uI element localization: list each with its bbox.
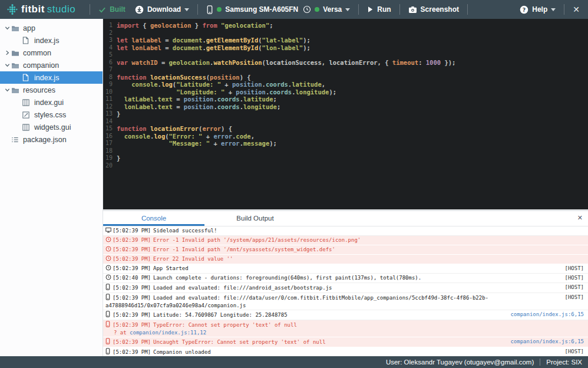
watch-source-icon (105, 274, 113, 282)
gui-layout-icon (22, 99, 32, 106)
console-tab-bar: ConsoleBuild Output✕ (103, 211, 588, 226)
console-log: [5:02:39 PM]Sideload successful![5:02:39… (103, 226, 588, 356)
source-link[interactable]: companion/index.js:6,15 (510, 311, 584, 318)
line-number: 11 (103, 96, 113, 103)
source-link[interactable]: companion/index.js:11,12 (130, 330, 206, 336)
sidebar-item-app[interactable]: app (0, 22, 103, 34)
code-line: 20 (103, 162, 588, 170)
sidebar-item-index-js[interactable]: index.js (0, 34, 103, 47)
fitbit-studio-window: fitbit studio Built Download Samsung SM-… (0, 0, 588, 368)
log-timestamp: [5:02:40 PM] (113, 275, 151, 281)
phone-source-icon (105, 321, 113, 329)
console-log-row: [5:02:40 PM]Launch complete - durations:… (103, 274, 588, 283)
phone-device-label: Samsung SM-A605FN (225, 5, 298, 14)
watch-selector[interactable]: Versa (300, 5, 352, 14)
download-label: Download (147, 5, 181, 14)
phone-source-icon (105, 311, 113, 319)
code-text: "Longitude: " + position.coords.longitud… (113, 88, 336, 96)
help-button[interactable]: ? Help (517, 5, 558, 14)
console-log-row: [5:02:39 PM]Companion unloaded[HOST] (103, 347, 588, 356)
code-line: 6var watchID = geolocation.watchPosition… (103, 59, 588, 67)
sidebar-item-resources[interactable]: resources (0, 84, 103, 96)
log-message: Uncaught TypeError: Cannot set property … (153, 339, 326, 345)
sidebar-item-companion[interactable]: companion (0, 59, 103, 71)
log-message: Sideload successful! (153, 228, 217, 234)
console-log-row: [5:02:39 PM]Sideload successful! (103, 226, 588, 236)
log-timestamp: [5:02:39 PM] (113, 339, 151, 345)
log-message: App Started (153, 265, 189, 271)
screenshot-button[interactable]: Screenshot (406, 5, 461, 14)
log-timestamp: [5:02:39 PM] (113, 295, 151, 301)
code-text: console.log("Latitude: " + position.coor… (113, 81, 325, 88)
code-text: let lonLabel = document.getElementById("… (113, 44, 310, 52)
fitbit-logo-icon (6, 3, 19, 16)
clock-icon (303, 5, 311, 14)
sidebar-item-common[interactable]: common (0, 47, 103, 59)
check-icon (98, 6, 106, 14)
code-line: 11 latLabel.text = position.coords.latit… (103, 96, 588, 103)
source-link[interactable]: companion/index.js:6,15 (510, 338, 584, 345)
camera-icon (408, 6, 417, 14)
log-timestamp: [5:02:39 PM] (113, 228, 151, 234)
file-label: app (23, 24, 35, 32)
log-stacktrace: ? at companion/index.js:11,12 (105, 329, 523, 336)
line-number: 20 (103, 162, 113, 170)
line-number: 14 (103, 118, 113, 126)
log-timestamp: [5:02:39 PM] (113, 285, 151, 291)
line-number: 16 (103, 133, 113, 140)
sidebar-item-styles-css[interactable]: styles.css (0, 109, 103, 121)
host-badge: [HOST] (564, 348, 584, 355)
file-label: styles.css (34, 111, 66, 119)
css-file-icon (22, 111, 32, 119)
built-status: Built (96, 5, 128, 14)
phone-status-dot-icon (217, 7, 222, 12)
sidebar-item-widgets-gui[interactable]: widgets.gui (0, 121, 103, 133)
chevron-down-icon (184, 8, 189, 11)
host-badge: [HOST] (564, 294, 584, 301)
code-line: 4let lonLabel = document.getElementById(… (103, 44, 588, 52)
run-button[interactable]: Run (365, 5, 393, 14)
log-timestamp: [5:02:39 PM] (113, 237, 151, 243)
statusbar-project: Project: SIX (540, 359, 588, 366)
svg-text:?: ? (523, 6, 526, 12)
statusbar-user: User: Oleksandr Tugayev (otugayev@gmail.… (380, 359, 540, 366)
sidebar-item-package-json[interactable]: package.json (0, 133, 103, 146)
console-error-row: [5:02:39 PM]Error -1 Invalid path '/mnt/… (103, 245, 588, 255)
code-text: lonLabel.text = position.coords.longitud… (113, 103, 280, 111)
console-close-icon[interactable]: ✕ (577, 215, 583, 221)
run-label: Run (377, 5, 391, 14)
work-column: 1import { geolocation } from "geolocatio… (103, 19, 588, 356)
code-text (113, 29, 117, 37)
phone-selector[interactable]: Samsung SM-A605FN (204, 5, 300, 14)
log-message: TypeError: Cannot set property 'text' of… (153, 322, 297, 328)
host-badge: [HOST] (564, 284, 584, 291)
code-text (113, 118, 117, 126)
code-line: 17 "Message: " + error.message); (103, 140, 588, 147)
log-message: Error -1 Invalid path '/system/apps/21/a… (153, 237, 361, 243)
sidebar-item-index-js[interactable]: index.js (0, 71, 103, 84)
console-log-row: [5:02:39 PM]Loaded and evaluated: file:/… (103, 283, 588, 293)
code-editor[interactable]: 1import { geolocation } from "geolocatio… (103, 19, 588, 209)
tab-build-output[interactable]: Build Output (204, 211, 306, 226)
phone-icon (206, 5, 213, 14)
code-text: } (113, 155, 120, 162)
code-text: var watchID = geolocation.watchPosition(… (113, 59, 455, 67)
close-window-button[interactable]: ✕ (570, 5, 582, 14)
code-text (113, 66, 117, 74)
code-line: 8function locationSuccess(position) { (103, 74, 588, 81)
line-number: 15 (103, 125, 113, 133)
package-list-icon (11, 136, 21, 143)
logo-text-studio: studio (47, 4, 75, 15)
log-timestamp: [5:02:39 PM] (113, 265, 151, 271)
tab-console[interactable]: Console (103, 211, 204, 226)
code-text (113, 162, 117, 170)
sidebar-item-index-gui[interactable]: index.gui (0, 96, 103, 109)
line-number: 6 (103, 59, 113, 67)
code-text: console.log("Error: " + error.code, (113, 133, 255, 140)
console-log-row: [5:02:39 PM]Loaded and evaluated: file:/… (103, 293, 588, 310)
download-button[interactable]: Download (133, 5, 191, 14)
folder-open-icon (11, 87, 21, 94)
file-label: index.gui (34, 98, 64, 107)
code-text: latLabel.text = position.coords.latitude… (113, 96, 277, 103)
app-logo[interactable]: fitbit studio (6, 3, 75, 16)
